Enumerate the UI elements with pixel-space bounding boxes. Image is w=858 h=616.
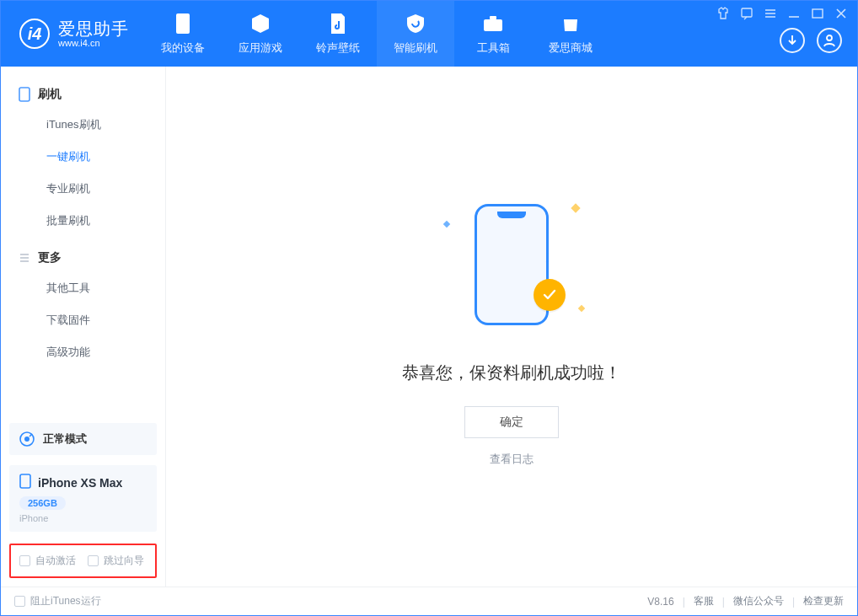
nav-apps-games[interactable]: 应用游戏 <box>222 1 299 67</box>
checkbox-auto-activate[interactable]: 自动激活 <box>19 554 76 568</box>
side-head-label: 刷机 <box>38 87 62 102</box>
side-head-flash: 刷机 <box>1 80 165 109</box>
footer-link-wechat[interactable]: 微信公众号 <box>733 594 784 608</box>
nav-label: 铃声壁纸 <box>316 40 360 56</box>
success-illustration <box>419 193 604 336</box>
sidebar-item-firmware[interactable]: 下载固件 <box>1 304 165 336</box>
sidebar: 刷机 iTunes刷机 一键刷机 专业刷机 批量刷机 更多 其他工具 下载固件 … <box>1 67 166 587</box>
sparkle-icon <box>571 203 580 212</box>
device-mode-card[interactable]: 正常模式 <box>9 423 157 455</box>
checkbox-icon <box>88 555 99 566</box>
device-name: iPhone XS Max <box>38 476 122 490</box>
svg-rect-0 <box>176 13 190 34</box>
header-actions <box>780 28 842 53</box>
separator: | <box>683 596 685 608</box>
nav-my-device[interactable]: 我的设备 <box>144 1 222 67</box>
main-panel: 恭喜您，保资料刷机成功啦！ 确定 查看日志 <box>166 67 857 587</box>
nav-label: 应用游戏 <box>239 40 282 56</box>
body: 刷机 iTunes刷机 一键刷机 专业刷机 批量刷机 更多 其他工具 下载固件 … <box>1 67 857 587</box>
svg-rect-1 <box>484 19 502 31</box>
separator: | <box>792 596 795 608</box>
svg-rect-9 <box>20 474 30 488</box>
brand-name: 爱思助手 <box>58 19 129 38</box>
nav-mall[interactable]: 爱思商城 <box>532 1 609 67</box>
download-button[interactable] <box>780 28 805 53</box>
checkbox-skip-wizard[interactable]: 跳过向导 <box>88 554 144 568</box>
nav-label: 爱思商城 <box>549 40 593 56</box>
status-bar: 阻止iTunes运行 V8.16 | 客服 | 微信公众号 | 检查更新 <box>1 587 857 615</box>
svg-point-5 <box>827 35 832 40</box>
minimize-icon[interactable] <box>786 6 802 21</box>
nav-label: 智能刷机 <box>394 40 437 56</box>
check-badge-icon <box>534 279 566 311</box>
bag-icon <box>559 12 582 35</box>
toolbox-icon <box>481 12 505 35</box>
maximize-icon[interactable] <box>810 6 825 21</box>
side-head-label: 更多 <box>38 250 62 265</box>
sidebar-item-advanced[interactable]: 高级功能 <box>1 336 165 368</box>
title-bar: i4 爱思助手 www.i4.cn 我的设备 应用游戏 铃声壁纸 智能刷机 <box>1 1 857 67</box>
device-icon <box>18 88 31 101</box>
device-storage: 256GB <box>19 496 66 510</box>
footer-link-service[interactable]: 客服 <box>694 594 714 608</box>
sidebar-item-other-tools[interactable]: 其他工具 <box>1 272 165 304</box>
phone-outline-icon <box>475 204 549 325</box>
nav-ringtones[interactable]: 铃声壁纸 <box>299 1 377 67</box>
svg-rect-4 <box>812 9 823 18</box>
separator: | <box>722 596 725 608</box>
checkbox-label: 阻止iTunes运行 <box>30 594 101 608</box>
ok-button[interactable]: 确定 <box>464 406 559 438</box>
headline: 恭喜您，保资料刷机成功啦！ <box>402 362 621 384</box>
device-type: iPhone <box>19 513 147 523</box>
version-label: V8.16 <box>647 596 673 608</box>
side-group-flash: 刷机 iTunes刷机 一键刷机 专业刷机 批量刷机 <box>1 80 165 244</box>
device-card[interactable]: iPhone XS Max 256GB iPhone <box>9 465 157 532</box>
checkbox-block-itunes[interactable]: 阻止iTunes运行 <box>14 594 101 608</box>
nav-label: 工具箱 <box>477 40 510 56</box>
sparkle-icon <box>443 221 450 228</box>
small-phone-icon <box>19 474 31 491</box>
window-controls <box>716 6 849 21</box>
svg-rect-6 <box>19 88 29 101</box>
nav-smart-flash[interactable]: 智能刷机 <box>377 1 454 67</box>
footer-link-update[interactable]: 检查更新 <box>803 594 844 608</box>
app-window: i4 爱思助手 www.i4.cn 我的设备 应用游戏 铃声壁纸 智能刷机 <box>0 0 858 616</box>
options-highlight: 自动激活 跳过向导 <box>9 544 157 578</box>
nav-toolbox[interactable]: 工具箱 <box>454 1 532 67</box>
status-icon <box>19 431 35 447</box>
svg-rect-3 <box>742 8 752 17</box>
music-file-icon <box>326 12 350 35</box>
side-group-more: 更多 其他工具 下载固件 高级功能 <box>1 244 165 375</box>
sidebar-item-batch-flash[interactable]: 批量刷机 <box>1 205 165 237</box>
phone-icon <box>171 12 195 35</box>
view-log-link[interactable]: 查看日志 <box>490 452 534 467</box>
main-nav: 我的设备 应用游戏 铃声壁纸 智能刷机 工具箱 爱思商城 <box>144 1 609 67</box>
svg-rect-2 <box>490 16 496 19</box>
sparkle-icon <box>578 305 585 312</box>
checkbox-icon <box>19 555 30 566</box>
list-icon <box>18 251 31 265</box>
cube-icon <box>249 12 272 35</box>
sidebar-item-onekey-flash[interactable]: 一键刷机 <box>1 141 165 173</box>
status-label: 正常模式 <box>43 431 87 447</box>
svg-point-8 <box>24 437 29 442</box>
menu-icon[interactable] <box>763 6 778 21</box>
checkbox-icon <box>14 596 25 607</box>
refresh-shield-icon <box>404 12 427 35</box>
brand: i4 爱思助手 www.i4.cn <box>1 1 144 67</box>
close-icon[interactable] <box>834 6 849 21</box>
skin-icon[interactable] <box>716 6 731 21</box>
checkbox-label: 跳过向导 <box>104 554 144 568</box>
account-button[interactable] <box>817 28 842 53</box>
brand-logo-icon: i4 <box>19 19 50 49</box>
brand-url: www.i4.cn <box>58 38 129 48</box>
side-head-more: 更多 <box>1 244 165 272</box>
checkbox-label: 自动激活 <box>35 554 76 568</box>
nav-label: 我的设备 <box>161 40 205 56</box>
feedback-icon[interactable] <box>739 6 754 21</box>
sidebar-item-itunes-flash[interactable]: iTunes刷机 <box>1 109 165 141</box>
sidebar-item-pro-flash[interactable]: 专业刷机 <box>1 173 165 205</box>
